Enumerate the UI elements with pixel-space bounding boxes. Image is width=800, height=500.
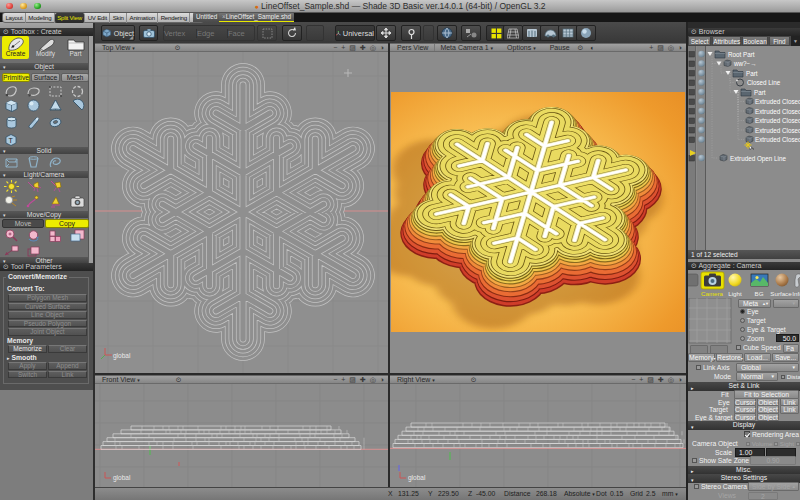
- svg-text:global: global: [408, 474, 426, 482]
- svg-text:global: global: [113, 474, 131, 482]
- svg-text:Extruded Closed: Extruded Closed: [755, 108, 800, 115]
- svg-text:Part: Part: [754, 89, 766, 96]
- svg-text:Camera: Camera: [701, 290, 724, 297]
- svg-text:Closed Line: Closed Line: [747, 79, 781, 86]
- svg-text:T: T: [9, 137, 14, 144]
- svg-text:BG: BG: [755, 290, 764, 297]
- svg-text:Root Part: Root Part: [728, 51, 755, 58]
- svg-text:ww?−→: ww?−→: [733, 60, 757, 67]
- svg-text:Part: Part: [746, 70, 758, 77]
- svg-text:Info: Info: [792, 290, 800, 297]
- svg-text:Extruded Closed: Extruded Closed: [755, 98, 800, 105]
- svg-text:Extruded Closed: Extruded Closed: [755, 117, 800, 124]
- svg-text:global: global: [113, 352, 131, 360]
- svg-text:Extruded Closed: Extruded Closed: [755, 127, 800, 134]
- svg-text:Surface: Surface: [770, 290, 792, 297]
- svg-text:Extruded Closed: Extruded Closed: [755, 136, 800, 143]
- svg-text:Light: Light: [728, 290, 742, 297]
- svg-text:Extruded Open Line: Extruded Open Line: [730, 155, 787, 163]
